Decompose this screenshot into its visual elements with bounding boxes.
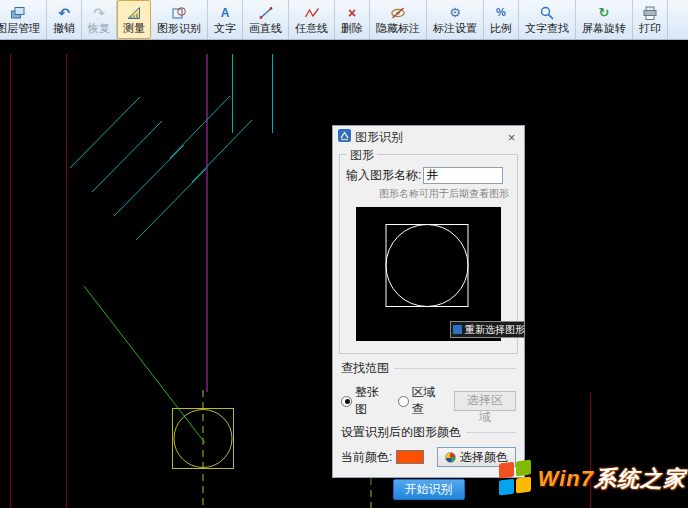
watermark-brand-prefix: Win7 bbox=[538, 466, 594, 491]
print-icon bbox=[642, 4, 658, 21]
section-divider bbox=[466, 432, 516, 433]
toolbar-item-print[interactable]: 打印 bbox=[633, 0, 668, 39]
toolbar-item-freeform-line[interactable]: 任意线 bbox=[289, 0, 335, 39]
toolbar-item-label: 测量 bbox=[123, 22, 145, 34]
toolbar-item-label: 标注设置 bbox=[433, 22, 477, 34]
radio-whole-drawing-label[interactable]: 整张图 bbox=[355, 384, 390, 418]
toolbar-item-redo[interactable]: ↷ 恢复 bbox=[82, 0, 117, 39]
toolbar-item-label: 图层管理 bbox=[0, 22, 40, 34]
toolbar-item-screen-rotate[interactable]: ↻ 屏幕旋转 bbox=[576, 0, 633, 39]
toolbar-item-shape-recognition[interactable]: 图形识别 bbox=[151, 0, 208, 39]
color-options: 当前颜色: 选择颜色 bbox=[341, 447, 516, 467]
color-section-label: 设置识别后的图形颜色 bbox=[341, 424, 461, 441]
radio-whole-drawing[interactable] bbox=[341, 396, 352, 407]
search-range-options: 整张图 区域查 选择区域 bbox=[341, 384, 516, 418]
search-range-section: 查找范围 bbox=[341, 360, 516, 377]
shape-recognition-icon bbox=[171, 4, 187, 21]
preview-circle bbox=[386, 225, 468, 307]
toolbar-item-text-search[interactable]: 文字查找 bbox=[519, 0, 576, 39]
redo-icon: ↷ bbox=[93, 4, 105, 21]
radio-region[interactable] bbox=[398, 396, 409, 407]
shape-name-label: 输入图形名称: bbox=[346, 167, 421, 184]
start-recognition-button[interactable]: 开始识别 bbox=[393, 479, 465, 500]
toolbar-item-label: 任意线 bbox=[295, 22, 328, 34]
toolbar-item-hide-annotations[interactable]: 隐藏标注 bbox=[370, 0, 427, 39]
delete-icon: × bbox=[348, 4, 356, 21]
reselect-shape-icon bbox=[453, 325, 462, 334]
dialog-title: 图形识别 bbox=[355, 129, 500, 146]
toolbar-item-label: 文字查找 bbox=[525, 22, 569, 34]
hatch-line bbox=[114, 145, 184, 216]
shape-recognition-dialog: 图形识别 × 图形 输入图形名称: 图形名称可用于后期查看图形 重新选择图形 查… bbox=[332, 125, 525, 478]
ruler-icon bbox=[126, 4, 142, 21]
layers-icon bbox=[10, 4, 26, 21]
current-color-label: 当前颜色: bbox=[341, 449, 392, 466]
shape-group-label: 图形 bbox=[347, 147, 377, 164]
toolbar-item-measure[interactable]: 测量 bbox=[117, 0, 151, 39]
toolbar-item-label: 撤销 bbox=[53, 22, 75, 34]
toolbar-item-label: 删除 bbox=[341, 22, 363, 34]
hatch-line bbox=[92, 121, 162, 192]
toolbar-item-label: 图形识别 bbox=[157, 22, 201, 34]
toolbar-item-label: 打印 bbox=[639, 22, 661, 34]
leader-line bbox=[84, 286, 205, 443]
toolbar-item-label: 比例 bbox=[490, 22, 512, 34]
undo-icon: ↶ bbox=[58, 4, 70, 21]
toolbar-item-draw-line[interactable]: 画直线 bbox=[243, 0, 289, 39]
toolbar-item-label: 文字 bbox=[214, 22, 236, 34]
polyline-icon bbox=[304, 4, 320, 21]
toolbar-item-scale[interactable]: % 比例 bbox=[484, 0, 519, 39]
shape-name-hint: 图形名称可用于后期查看图形 bbox=[340, 187, 509, 201]
watermark: Win7系统之家 bbox=[495, 454, 686, 504]
app-window: 图层管理 ↶ 撤销 ↷ 恢复 测量 图形识别 A 文字 bbox=[0, 0, 688, 508]
gear-icon: ⚙ bbox=[449, 4, 461, 21]
current-color-swatch[interactable] bbox=[396, 450, 424, 464]
toolbar-item-label: 画直线 bbox=[249, 22, 282, 34]
watermark-text: Win7系统之家 bbox=[538, 464, 686, 494]
line-icon bbox=[258, 4, 274, 21]
color-section: 设置识别后的图形颜色 bbox=[341, 424, 516, 441]
dialog-titlebar[interactable]: 图形识别 × bbox=[333, 126, 524, 148]
section-divider bbox=[394, 368, 516, 369]
close-icon[interactable]: × bbox=[504, 130, 519, 145]
reselect-shape-label: 重新选择图形 bbox=[465, 323, 525, 337]
toolbar-item-label: 恢复 bbox=[88, 22, 110, 34]
toolbar-item-delete[interactable]: × 删除 bbox=[335, 0, 370, 39]
hatch-line bbox=[192, 120, 252, 182]
toolbar-item-layer-manager[interactable]: 图层管理 bbox=[0, 0, 47, 39]
watermark-brand-suffix: 系统之家 bbox=[594, 466, 686, 491]
toolbar-item-annotation-settings[interactable]: ⚙ 标注设置 bbox=[427, 0, 484, 39]
reselect-shape-tooltip: 重新选择图形 bbox=[450, 321, 525, 338]
palette-icon bbox=[445, 452, 456, 463]
text-icon: A bbox=[221, 4, 230, 21]
search-icon bbox=[539, 4, 555, 21]
toolbar-item-label: 隐藏标注 bbox=[376, 22, 420, 34]
dialog-title-icon bbox=[338, 129, 351, 145]
search-range-label: 查找范围 bbox=[341, 360, 389, 377]
select-region-button[interactable]: 选择区域 bbox=[454, 391, 516, 411]
hatch-line bbox=[170, 96, 230, 158]
hatch-line bbox=[70, 97, 140, 168]
shape-name-input[interactable] bbox=[423, 167, 503, 184]
radio-region-label[interactable]: 区域查 bbox=[412, 384, 447, 418]
hide-annotation-icon bbox=[390, 4, 406, 21]
toolbar-item-label: 屏幕旋转 bbox=[582, 22, 626, 34]
main-toolbar: 图层管理 ↶ 撤销 ↷ 恢复 测量 图形识别 A 文字 bbox=[0, 0, 688, 40]
toolbar-item-undo[interactable]: ↶ 撤销 bbox=[47, 0, 82, 39]
windows-flag-icon bbox=[495, 454, 535, 504]
toolbar-item-text[interactable]: A 文字 bbox=[208, 0, 243, 39]
hatch-line bbox=[136, 169, 206, 240]
rotate-icon: ↻ bbox=[599, 4, 610, 21]
scale-icon: % bbox=[496, 4, 506, 21]
